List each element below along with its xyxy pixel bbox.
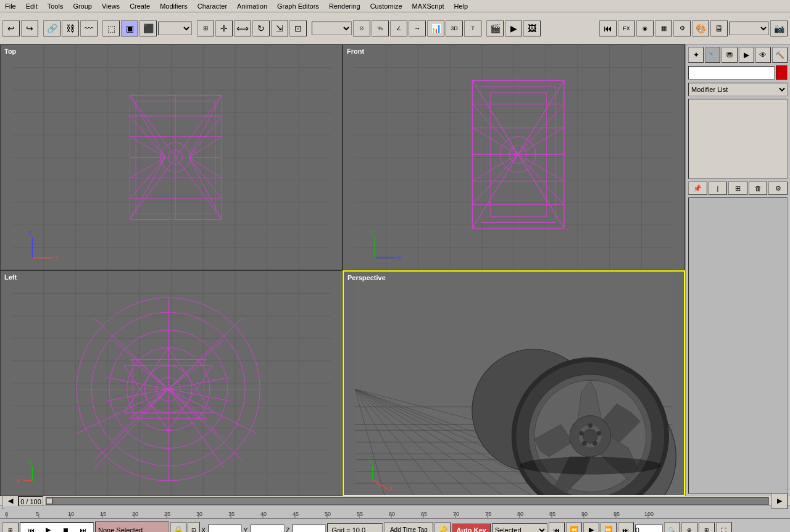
viewport-left-label: Left	[4, 273, 17, 281]
pin-stack-button[interactable]: 📌	[688, 181, 707, 195]
step-forward-button[interactable]: ⏩	[601, 522, 617, 533]
angle-snap-button[interactable]: ∠	[390, 20, 407, 36]
zoom-extents-button[interactable]: 🔍	[664, 522, 680, 533]
display-panel-icon[interactable]: 👁	[755, 47, 771, 63]
select-button[interactable]: ⬚	[102, 20, 120, 36]
z-coord-input[interactable]	[292, 525, 326, 533]
prev-frame-button[interactable]: ⏮	[599, 20, 617, 36]
active-shade-button[interactable]: 🖼	[523, 20, 541, 36]
x-coord-input[interactable]	[208, 525, 242, 533]
menu-rendering[interactable]: Rendering	[324, 1, 365, 11]
3d-button[interactable]: 3D	[446, 20, 463, 36]
auto-key-button[interactable]: Auto Key	[452, 523, 490, 533]
configure-button[interactable]: ⚙	[768, 181, 788, 195]
view-dropdown[interactable]: View	[312, 22, 352, 35]
bottom-controls: ⊞ ⏮ ▶ ⏹ ⏭ None Selected 🔒 ⊡ X Y Z Grid =…	[0, 518, 790, 532]
modifier-stack[interactable]	[688, 99, 788, 179]
key-icon-button[interactable]: 🔑	[434, 522, 451, 533]
menu-maxscript[interactable]: MAXScript	[407, 1, 449, 11]
rotate-button[interactable]: ↻	[252, 20, 270, 36]
lock-selection-button[interactable]: 🔒	[170, 522, 186, 533]
y-coord-input[interactable]	[251, 525, 285, 533]
object-name-field[interactable]	[688, 66, 775, 80]
quick-render-button[interactable]: ▶	[505, 20, 522, 36]
zoom-selected-button[interactable]: ⊞	[699, 522, 715, 533]
menu-group[interactable]: Group	[68, 1, 97, 11]
menu-customize[interactable]: Customize	[365, 1, 407, 11]
menu-modifiers[interactable]: Modifiers	[155, 1, 193, 11]
viewport-left[interactable]: Left	[0, 270, 343, 496]
svg-text:90: 90	[581, 511, 588, 517]
x-coord-label: X	[201, 526, 206, 533]
spinner-button[interactable]: ⊸	[409, 20, 426, 36]
remove-modifier-button[interactable]: 🗑	[749, 181, 768, 195]
goto-start-button[interactable]: ⏮	[549, 522, 565, 533]
play-anim-button[interactable]: ▶	[40, 522, 56, 533]
undo-button[interactable]: ↩	[2, 20, 20, 36]
selection-filter-dropdown[interactable]: All	[158, 22, 192, 35]
redo-button[interactable]: ↪	[21, 20, 38, 36]
timeline-mode-button[interactable]: ⊞	[2, 522, 19, 533]
bind-space-warp-button[interactable]: 〰	[80, 20, 98, 36]
modify-panel-icon[interactable]: 🔧	[705, 47, 720, 63]
stop-anim-button[interactable]: ⏹	[57, 522, 73, 533]
modifier-btn-row: 📌 | ⊞ 🗑 ⚙	[688, 181, 788, 195]
zoom-all-button[interactable]: ⊕	[681, 522, 697, 533]
camera-button[interactable]: 📷	[770, 20, 788, 36]
track-view-button[interactable]: 📊	[427, 20, 444, 36]
menu-graph-editors[interactable]: Graph Editors	[272, 1, 324, 11]
viewport-front[interactable]: Front	[343, 44, 685, 270]
create-panel-icon[interactable]: ✦	[688, 47, 704, 63]
menu-create[interactable]: Create	[125, 1, 155, 11]
squash-button[interactable]: ⊡	[289, 20, 307, 36]
svg-text:X: X	[389, 485, 394, 492]
step-back-button[interactable]: ⏪	[566, 522, 582, 533]
abs-rel-toggle[interactable]: ⊡	[188, 522, 200, 533]
active-shade-panel-button[interactable]: |	[709, 181, 728, 195]
next-key-button[interactable]: ⏭	[75, 522, 91, 533]
select-all-button[interactable]: ◉	[636, 20, 654, 36]
select-region-button[interactable]: ▣	[121, 20, 138, 36]
settings-button[interactable]: ⚙	[673, 20, 691, 36]
object-color-swatch[interactable]	[776, 65, 788, 80]
frame-number-input[interactable]	[635, 525, 663, 533]
render-scene-button[interactable]: 🎬	[486, 20, 504, 36]
scale-button[interactable]: ⇲	[271, 20, 288, 36]
pivot-button[interactable]: ⊙	[353, 20, 370, 36]
named-selections-button[interactable]: ▦	[655, 20, 672, 36]
menu-tools[interactable]: Tools	[43, 1, 69, 11]
select-link-button[interactable]: 🔗	[43, 20, 60, 36]
viewport-top[interactable]: Top	[0, 44, 343, 270]
effects-button[interactable]: FX	[618, 20, 635, 36]
menu-animation[interactable]: Animation	[232, 1, 272, 11]
selected-dropdown[interactable]: Selected All None	[492, 523, 547, 533]
menu-views[interactable]: Views	[97, 1, 125, 11]
percent-snap-button[interactable]: %	[372, 20, 389, 36]
hierarchy-panel-icon[interactable]: ⛃	[721, 47, 737, 63]
snap-toggle-button[interactable]: ⊞	[197, 20, 214, 36]
select-move-button[interactable]: ✛	[215, 20, 233, 36]
svg-text:15: 15	[100, 511, 106, 517]
menu-file[interactable]: File	[0, 1, 21, 11]
utilities-panel-icon[interactable]: 🔨	[772, 47, 788, 63]
select-lasso-button[interactable]: ⬛	[139, 20, 157, 36]
modifier-list-dropdown[interactable]: Modifier List	[688, 83, 788, 96]
viewport-perspective[interactable]: Perspective	[343, 270, 685, 496]
add-time-tag-button[interactable]: Add Time Tag	[384, 522, 433, 533]
prev-key-button[interactable]: ⏮	[23, 522, 39, 533]
menu-edit[interactable]: Edit	[21, 1, 43, 11]
maximize-viewport-button[interactable]: ⛶	[716, 522, 732, 533]
unlink-button[interactable]: ⛓	[62, 20, 79, 36]
render-settings-button[interactable]: 🖥	[710, 20, 728, 36]
material-editor-button[interactable]: 🎨	[692, 20, 709, 36]
play-button[interactable]: ▶	[583, 522, 599, 533]
make-unique-button[interactable]: ⊞	[728, 181, 747, 195]
menu-character[interactable]: Character	[193, 1, 232, 11]
text-button[interactable]: T	[464, 20, 481, 36]
mirror-button[interactable]: ⟺	[234, 20, 251, 36]
time-slider-track[interactable]	[46, 497, 769, 505]
motion-panel-icon[interactable]: ▶	[739, 47, 754, 63]
goto-end-button[interactable]: ⏭	[618, 522, 634, 533]
right-view-dropdown[interactable]: View	[729, 22, 769, 35]
menu-help[interactable]: Help	[449, 1, 473, 11]
